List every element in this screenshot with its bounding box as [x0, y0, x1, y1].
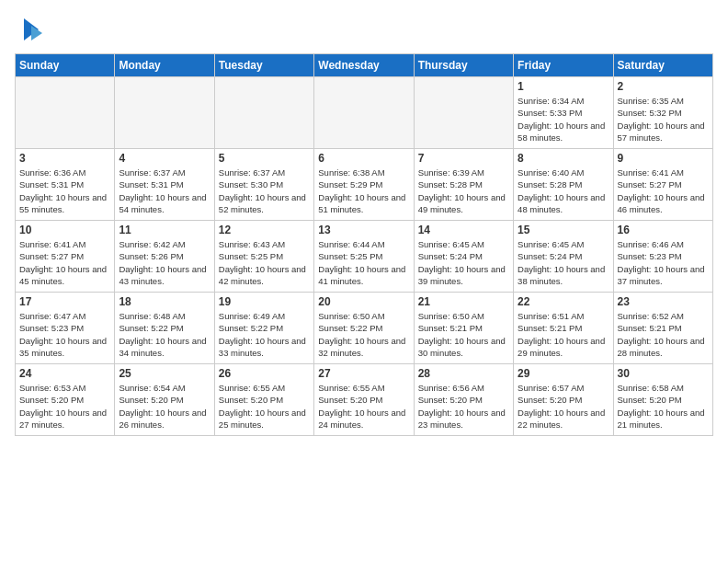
sunset-label: Sunset: 5:20 PM: [618, 395, 682, 405]
daylight-label: Daylight: 10 hours and 52 minutes.: [219, 192, 306, 214]
sunrise-label: Sunrise: 6:37 AM: [219, 167, 285, 178]
daylight-label: Daylight: 10 hours and 23 minutes.: [418, 408, 506, 430]
day-number: 9: [618, 152, 709, 165]
day-info: Sunrise: 6:34 AM Sunset: 5:33 PM Dayligh…: [518, 95, 609, 144]
sunset-label: Sunset: 5:22 PM: [119, 323, 183, 333]
weekday-header-tuesday: Tuesday: [214, 54, 313, 77]
calendar-cell: 4 Sunrise: 6:37 AM Sunset: 5:31 PM Dayli…: [115, 149, 214, 221]
sunset-label: Sunset: 5:27 PM: [19, 251, 84, 261]
calendar-cell: 2 Sunrise: 6:35 AM Sunset: 5:32 PM Dayli…: [613, 77, 712, 149]
sunrise-label: Sunrise: 6:44 AM: [318, 239, 384, 249]
daylight-label: Daylight: 10 hours and 57 minutes.: [618, 121, 705, 143]
sunset-label: Sunset: 5:29 PM: [318, 179, 382, 190]
calendar-week-3: 10 Sunrise: 6:41 AM Sunset: 5:27 PM Dayl…: [16, 221, 713, 293]
weekday-header-thursday: Thursday: [414, 54, 513, 77]
sunrise-label: Sunrise: 6:46 AM: [618, 239, 684, 249]
day-number: 3: [19, 152, 110, 165]
daylight-label: Daylight: 10 hours and 35 minutes.: [19, 336, 107, 358]
daylight-label: Daylight: 10 hours and 48 minutes.: [518, 192, 605, 214]
daylight-label: Daylight: 10 hours and 54 minutes.: [119, 192, 206, 214]
day-info: Sunrise: 6:48 AM Sunset: 5:22 PM Dayligh…: [119, 310, 210, 359]
calendar-cell: 27 Sunrise: 6:55 AM Sunset: 5:20 PM Dayl…: [314, 364, 414, 436]
daylight-label: Daylight: 10 hours and 34 minutes.: [119, 336, 206, 358]
daylight-label: Daylight: 10 hours and 21 minutes.: [618, 408, 705, 430]
calendar-cell: [414, 77, 513, 149]
day-info: Sunrise: 6:57 AM Sunset: 5:20 PM Dayligh…: [518, 382, 609, 431]
day-info: Sunrise: 6:52 AM Sunset: 5:21 PM Dayligh…: [618, 310, 709, 359]
day-info: Sunrise: 6:53 AM Sunset: 5:20 PM Dayligh…: [19, 382, 110, 431]
sunset-label: Sunset: 5:21 PM: [518, 323, 582, 333]
sunset-label: Sunset: 5:31 PM: [119, 179, 183, 190]
daylight-label: Daylight: 10 hours and 42 minutes.: [219, 264, 306, 286]
day-info: Sunrise: 6:55 AM Sunset: 5:20 PM Dayligh…: [318, 382, 409, 431]
calendar-cell: 24 Sunrise: 6:53 AM Sunset: 5:20 PM Dayl…: [16, 364, 115, 436]
sunrise-label: Sunrise: 6:50 AM: [418, 311, 484, 321]
day-info: Sunrise: 6:54 AM Sunset: 5:20 PM Dayligh…: [119, 382, 210, 431]
sunrise-label: Sunrise: 6:41 AM: [618, 167, 684, 178]
sunset-label: Sunset: 5:20 PM: [418, 395, 483, 405]
day-info: Sunrise: 6:37 AM Sunset: 5:31 PM Dayligh…: [119, 167, 210, 215]
sunrise-label: Sunrise: 6:39 AM: [418, 167, 484, 178]
calendar-cell: 1 Sunrise: 6:34 AM Sunset: 5:33 PM Dayli…: [514, 77, 613, 149]
day-number: 4: [119, 152, 210, 165]
calendar-cell: 18 Sunrise: 6:48 AM Sunset: 5:22 PM Dayl…: [115, 293, 214, 364]
day-info: Sunrise: 6:40 AM Sunset: 5:28 PM Dayligh…: [518, 167, 609, 215]
daylight-label: Daylight: 10 hours and 38 minutes.: [518, 264, 605, 286]
calendar-cell: 3 Sunrise: 6:36 AM Sunset: 5:31 PM Dayli…: [16, 149, 115, 221]
day-info: Sunrise: 6:35 AM Sunset: 5:32 PM Dayligh…: [618, 95, 709, 144]
day-number: 29: [518, 367, 609, 380]
calendar-cell: 15 Sunrise: 6:45 AM Sunset: 5:24 PM Dayl…: [514, 221, 613, 293]
sunset-label: Sunset: 5:27 PM: [618, 179, 682, 190]
weekday-header-monday: Monday: [115, 54, 214, 77]
day-number: 20: [318, 295, 409, 308]
calendar-cell: 7 Sunrise: 6:39 AM Sunset: 5:28 PM Dayli…: [414, 149, 513, 221]
calendar-cell: [314, 77, 414, 149]
daylight-label: Daylight: 10 hours and 26 minutes.: [119, 408, 206, 430]
day-number: 8: [518, 152, 609, 165]
sunset-label: Sunset: 5:21 PM: [418, 323, 483, 333]
page: SundayMondayTuesdayWednesdayThursdayFrid…: [0, 0, 728, 563]
calendar-cell: [16, 77, 115, 149]
sunrise-label: Sunrise: 6:36 AM: [19, 167, 85, 178]
day-number: 13: [318, 224, 409, 236]
sunset-label: Sunset: 5:20 PM: [219, 395, 283, 405]
sunset-label: Sunset: 5:22 PM: [219, 323, 283, 333]
daylight-label: Daylight: 10 hours and 33 minutes.: [219, 336, 306, 358]
day-number: 19: [219, 295, 310, 308]
sunrise-label: Sunrise: 6:50 AM: [318, 311, 384, 321]
weekday-header-saturday: Saturday: [613, 54, 712, 77]
calendar-cell: 8 Sunrise: 6:40 AM Sunset: 5:28 PM Dayli…: [514, 149, 613, 221]
sunrise-label: Sunrise: 6:54 AM: [119, 383, 185, 393]
sunset-label: Sunset: 5:24 PM: [518, 251, 582, 261]
sunset-label: Sunset: 5:23 PM: [618, 251, 682, 261]
day-info: Sunrise: 6:50 AM Sunset: 5:21 PM Dayligh…: [418, 310, 509, 359]
day-number: 27: [318, 367, 409, 380]
day-info: Sunrise: 6:56 AM Sunset: 5:20 PM Dayligh…: [418, 382, 509, 431]
sunset-label: Sunset: 5:20 PM: [518, 395, 582, 405]
calendar-cell: [115, 77, 214, 149]
daylight-label: Daylight: 10 hours and 29 minutes.: [518, 336, 605, 358]
calendar-cell: 19 Sunrise: 6:49 AM Sunset: 5:22 PM Dayl…: [214, 293, 313, 364]
day-number: 12: [219, 224, 310, 236]
sunrise-label: Sunrise: 6:34 AM: [518, 96, 584, 106]
calendar-cell: 6 Sunrise: 6:38 AM Sunset: 5:29 PM Dayli…: [314, 149, 414, 221]
sunset-label: Sunset: 5:20 PM: [318, 395, 382, 405]
sunrise-label: Sunrise: 6:49 AM: [219, 311, 285, 321]
sunset-label: Sunset: 5:24 PM: [418, 251, 483, 261]
calendar-cell: 23 Sunrise: 6:52 AM Sunset: 5:21 PM Dayl…: [613, 293, 712, 364]
calendar-cell: 13 Sunrise: 6:44 AM Sunset: 5:25 PM Dayl…: [314, 221, 414, 293]
day-number: 10: [19, 224, 110, 236]
day-number: 14: [418, 224, 509, 236]
day-info: Sunrise: 6:49 AM Sunset: 5:22 PM Dayligh…: [219, 310, 310, 359]
calendar-cell: 20 Sunrise: 6:50 AM Sunset: 5:22 PM Dayl…: [314, 293, 414, 364]
day-info: Sunrise: 6:47 AM Sunset: 5:23 PM Dayligh…: [19, 310, 110, 359]
day-info: Sunrise: 6:43 AM Sunset: 5:25 PM Dayligh…: [219, 238, 310, 287]
sunset-label: Sunset: 5:26 PM: [119, 251, 183, 261]
sunrise-label: Sunrise: 6:37 AM: [119, 167, 185, 178]
calendar-cell: 30 Sunrise: 6:58 AM Sunset: 5:20 PM Dayl…: [613, 364, 712, 436]
calendar-cell: 29 Sunrise: 6:57 AM Sunset: 5:20 PM Dayl…: [514, 364, 613, 436]
day-info: Sunrise: 6:38 AM Sunset: 5:29 PM Dayligh…: [318, 167, 409, 215]
daylight-label: Daylight: 10 hours and 55 minutes.: [19, 192, 107, 214]
daylight-label: Daylight: 10 hours and 41 minutes.: [318, 264, 405, 286]
sunset-label: Sunset: 5:32 PM: [618, 108, 682, 118]
